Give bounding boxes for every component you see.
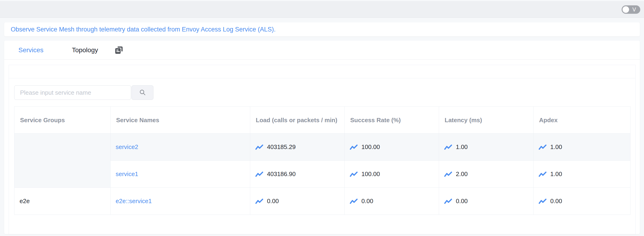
trend-line-icon[interactable] — [255, 198, 263, 204]
services-panel: Service Groups Service Names Load (calls… — [9, 65, 636, 234]
version-toggle[interactable]: V — [622, 5, 640, 14]
success-rate-value: 100.00 — [362, 144, 380, 151]
latency-value: 2.00 — [456, 170, 468, 178]
trend-line-icon[interactable] — [538, 144, 546, 150]
col-latency: Latency (ms) — [439, 106, 534, 134]
col-load: Load (calls or packets / min) — [250, 106, 344, 134]
latency-value: 0.00 — [456, 198, 468, 205]
group-cell: e2e — [14, 188, 110, 215]
trend-line-icon[interactable] — [350, 144, 358, 150]
apdex-value: 1.00 — [550, 170, 562, 178]
tab-services[interactable]: Services — [18, 46, 43, 54]
search-button[interactable] — [132, 85, 154, 100]
service-search — [14, 85, 635, 100]
tab-bar: Services Topology — [4, 40, 640, 60]
search-input[interactable] — [14, 85, 131, 100]
service-mesh-card: Services Topology — [4, 40, 640, 234]
trend-line-icon[interactable] — [538, 198, 546, 204]
trend-line-icon[interactable] — [444, 198, 452, 204]
group-cell — [14, 134, 110, 188]
col-success-rate: Success Rate (%) — [344, 106, 439, 134]
trend-line-icon[interactable] — [350, 171, 358, 177]
trend-line-icon[interactable] — [444, 171, 452, 177]
table-header-row: Service Groups Service Names Load (calls… — [14, 106, 630, 134]
load-value: 403186.90 — [267, 170, 296, 178]
trend-line-icon[interactable] — [444, 144, 452, 150]
col-apdex: Apdex — [534, 106, 630, 134]
table-row: service2 403185.29 100.00 1.00 1.00 — [14, 134, 630, 161]
search-icon — [139, 89, 146, 96]
services-table: Service Groups Service Names Load (calls… — [14, 106, 630, 215]
file-copy-icon — [114, 46, 123, 54]
apdex-value: 1.00 — [550, 144, 562, 151]
panel-body: Service Groups Service Names Load (calls… — [9, 78, 635, 234]
trend-line-icon[interactable] — [255, 144, 263, 150]
success-rate-value: 100.00 — [362, 170, 380, 178]
tab-topology[interactable]: Topology — [72, 46, 98, 54]
trend-line-icon[interactable] — [255, 171, 263, 177]
col-service-groups: Service Groups — [14, 106, 110, 134]
trend-line-icon[interactable] — [538, 171, 546, 177]
top-toolbar: V — [0, 2, 644, 18]
mesh-info-text: Observe Service Mesh through telemetry d… — [11, 26, 276, 33]
service-link[interactable]: service2 — [116, 144, 138, 150]
toggle-knob[interactable] — [622, 6, 629, 13]
apdex-value: 0.00 — [550, 198, 562, 205]
panel-toolbar — [9, 65, 635, 78]
success-rate-value: 0.00 — [362, 198, 373, 205]
copy-docs-button[interactable] — [114, 46, 124, 55]
col-service-names: Service Names — [110, 106, 250, 134]
trend-line-icon[interactable] — [350, 198, 358, 204]
mesh-info-banner: Observe Service Mesh through telemetry d… — [4, 22, 640, 36]
service-link[interactable]: e2e::service1 — [116, 198, 152, 204]
latency-value: 1.00 — [456, 144, 468, 151]
service-link[interactable]: service1 — [116, 170, 138, 178]
load-value: 0.00 — [267, 198, 279, 205]
load-value: 403185.29 — [267, 144, 296, 151]
table-row: e2e e2e::service1 0.00 0.00 0.00 0.00 — [14, 188, 630, 215]
toggle-label: V — [629, 7, 639, 12]
